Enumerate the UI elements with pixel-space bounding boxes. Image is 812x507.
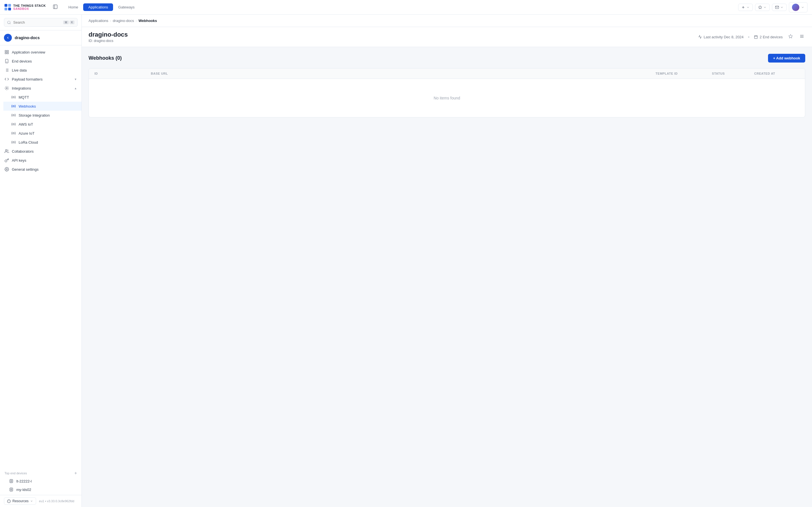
sidebar-item-label: End devices — [12, 59, 77, 63]
svg-point-5 — [8, 21, 10, 23]
gateways-tab[interactable]: Gateways — [113, 3, 140, 11]
code-icon — [4, 77, 9, 81]
search-input[interactable] — [13, 20, 61, 24]
logo-icon — [4, 4, 11, 10]
last-activity: Last activity Dec 8, 2024 — [704, 35, 744, 39]
svg-rect-29 — [11, 481, 12, 482]
applications-tab[interactable]: Applications — [83, 3, 113, 11]
svg-marker-47 — [789, 34, 792, 38]
bookmarks-button[interactable] — [755, 4, 770, 11]
activity-icon — [698, 35, 702, 39]
search-box: ⌘ K — [4, 18, 78, 27]
kbd-k: K — [70, 20, 74, 24]
sidebar-item-azure-iot[interactable]: Azure IoT — [3, 129, 82, 138]
device-item-lds[interactable]: my-lds02 — [4, 485, 77, 494]
svg-point-22 — [13, 114, 14, 116]
app-title: dragino-docs — [89, 31, 128, 38]
kbd-cmd: ⌘ — [63, 20, 69, 24]
settings-icon — [4, 167, 9, 172]
svg-point-19 — [6, 88, 7, 89]
sidebar-item-label: General settings — [12, 167, 77, 172]
svg-point-23 — [13, 123, 14, 125]
sidebar-item-label: Storage Integration — [18, 113, 77, 117]
sidebar-item-general-settings[interactable]: General settings — [0, 165, 82, 174]
storage-icon — [11, 113, 16, 117]
chevron-down-icon: ▼ — [74, 78, 77, 81]
breadcrumb: Applications › dragino-docs › Webhooks — [89, 18, 157, 23]
top-right-actions — [738, 2, 808, 12]
resources-label: Resources — [12, 499, 29, 503]
sidebar-item-label: Webhooks — [18, 104, 77, 108]
user-menu-button[interactable] — [789, 2, 808, 12]
sidebar-app-header: dragino-docs — [0, 31, 82, 45]
app-id: ID: dragino-docs — [89, 39, 128, 43]
resources-button[interactable]: Resources — [4, 497, 36, 505]
webhooks-table: ID BASE URL TEMPLATE ID STATUS CREATED A… — [89, 68, 805, 117]
svg-rect-0 — [53, 5, 57, 9]
col-base-url: BASE URL — [151, 72, 656, 75]
breadcrumb-current: Webhooks — [139, 18, 157, 23]
end-devices-count: 2 End devices — [754, 35, 783, 39]
notifications-button[interactable] — [772, 4, 786, 11]
separator-dot — [748, 36, 749, 38]
logo: THE THINGS STACK SANDBOX — [4, 4, 46, 10]
version-text: eu1 • v3.33.0.3c8e962fdd — [39, 499, 74, 503]
svg-rect-34 — [10, 488, 13, 491]
sidebar-item-live-data[interactable]: Live data — [0, 66, 82, 75]
app-menu-button[interactable] — [799, 33, 805, 41]
add-button[interactable] — [738, 4, 753, 11]
svg-point-20 — [13, 96, 14, 98]
col-template-id: TEMPLATE ID — [656, 72, 712, 75]
svg-point-12 — [6, 62, 7, 62]
sidebar-item-aws-iot[interactable]: AWS IoT — [3, 120, 82, 129]
svg-marker-4 — [758, 6, 762, 9]
sidebar-item-label: Collaborators — [12, 149, 77, 154]
sidebar-nav: Application overview End devices Live da… — [0, 45, 82, 467]
add-device-button[interactable]: + — [74, 471, 77, 476]
sidebar-item-webhooks[interactable]: Webhooks — [3, 102, 82, 111]
calendar-icon — [754, 35, 758, 39]
sidebar-app-name: dragino-docs — [15, 36, 40, 40]
sidebar-item-label: Integrations — [12, 86, 71, 91]
sidebar-item-label: Live data — [12, 68, 77, 72]
svg-rect-43 — [755, 36, 758, 38]
svg-point-24 — [13, 132, 14, 134]
chevron-down-small-icon — [30, 500, 33, 503]
expand-sidebar-button[interactable] — [52, 3, 59, 11]
sidebar-item-label: LoRa Cloud — [18, 140, 77, 145]
svg-rect-11 — [5, 59, 8, 63]
users-icon — [4, 149, 9, 154]
main-layout: ⌘ K dragino-docs Application overview En… — [0, 15, 812, 507]
content-area: Applications › dragino-docs › Webhooks d… — [82, 15, 812, 507]
device-item-lt[interactable]: lt-22222-l — [4, 477, 77, 485]
device-chip-icon-2 — [9, 487, 13, 492]
sidebar-item-storage-integration[interactable]: Storage Integration — [3, 111, 82, 120]
home-tab[interactable]: Home — [63, 3, 84, 11]
sidebar-item-label: Payload formatters — [12, 77, 71, 81]
device-name: lt-22222-l — [16, 479, 32, 483]
back-button[interactable] — [4, 34, 12, 42]
sidebar-item-collaborators[interactable]: Collaborators — [0, 147, 82, 156]
sidebar-item-end-devices[interactable]: End devices — [0, 57, 82, 66]
breadcrumb-applications[interactable]: Applications — [89, 18, 108, 23]
activity-info: Last activity Dec 8, 2024 — [698, 35, 744, 39]
hamburger-icon — [800, 34, 804, 39]
sidebar-item-mqtt[interactable]: MQTT — [3, 93, 82, 102]
breadcrumb-app-id[interactable]: dragino-docs — [113, 18, 134, 23]
sidebar-item-api-keys[interactable]: API keys — [0, 156, 82, 165]
sidebar-item-payload-formatters[interactable]: Payload formatters ▼ — [0, 75, 82, 83]
nav-tabs: Home Applications Gateways — [63, 3, 140, 11]
add-webhook-button[interactable]: + Add webhook — [768, 54, 805, 62]
top-end-devices-section: Top end devices + lt-22222-l my-lds02 — [0, 467, 82, 495]
sidebar-item-integrations[interactable]: Integrations ▲ — [0, 83, 82, 93]
webhooks-header: Webhooks (0) + Add webhook — [89, 54, 805, 62]
list-icon — [4, 68, 9, 72]
avatar — [792, 4, 799, 11]
svg-rect-10 — [7, 52, 8, 54]
svg-point-27 — [6, 169, 7, 170]
device-icon — [4, 59, 9, 63]
sidebar-item-application-overview[interactable]: Application overview — [0, 48, 82, 57]
sidebar-item-lora-cloud[interactable]: LoRa Cloud — [3, 138, 82, 147]
lora-icon — [11, 140, 16, 145]
favorite-button[interactable] — [787, 33, 794, 41]
